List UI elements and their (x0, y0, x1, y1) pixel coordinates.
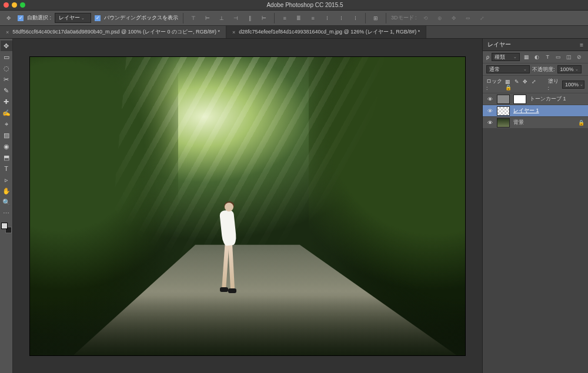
healing-tool[interactable]: ✚ (1, 96, 12, 107)
close-window-button[interactable] (4, 2, 9, 8)
layer-row[interactable]: 👁 レイヤー 1 (483, 105, 588, 117)
lock-icons[interactable]: ▦ ✎ ✥ ⤢ 🔒 (505, 79, 543, 90)
foreground-color[interactable] (1, 223, 8, 229)
tools-panel: ✥ ▭ ◌ ✂ ✎ ✚ ✍ ⌖ ▨ ◉ ⬒ T ▹ ✋ 🔍 ⋯ (0, 39, 13, 373)
layers-panel-tab[interactable]: レイヤー ≡ (483, 39, 588, 51)
workspace: ✥ ▭ ◌ ✂ ✎ ✚ ✍ ⌖ ▨ ◉ ⬒ T ▹ ✋ 🔍 ⋯ (0, 39, 588, 373)
marquee-tool[interactable]: ▭ (1, 52, 12, 62)
visibility-toggle-icon[interactable]: 👁 (486, 96, 493, 102)
auto-align-icon[interactable]: ⊞ (370, 13, 381, 23)
align-vcenter-icon[interactable]: ⊢ (202, 13, 213, 23)
lasso-tool[interactable]: ◌ (1, 63, 12, 73)
close-tab-icon[interactable]: × (232, 29, 235, 35)
distribute-left-icon[interactable]: ⁞ (322, 13, 332, 23)
align-bottom-edges-icon[interactable]: ⊥ (216, 13, 227, 23)
distribute-top-icon[interactable]: ≡ (279, 13, 290, 23)
3d-orbit-icon[interactable]: ⟲ (420, 13, 431, 23)
layer-list: 👁 トーンカーブ 1 👁 レイヤー 1 👁 背景 🔒 (483, 93, 588, 129)
gradient-tool[interactable]: ◉ (1, 141, 12, 152)
lock-icon: 🔒 (578, 120, 584, 126)
document-tabs: ×58df56ccf64c40c9c17da0a6d9890b40_m.psd … (0, 26, 588, 39)
filter-type-icon[interactable]: T (543, 53, 552, 61)
show-bbox-checkbox[interactable]: ✓ (95, 15, 101, 21)
3d-roll-icon[interactable]: ⊕ (435, 13, 445, 23)
panel-empty-area (483, 129, 588, 373)
minimize-window-button[interactable] (12, 2, 17, 8)
edit-toolbar-button[interactable]: ⋯ (1, 208, 12, 219)
align-right-edges-icon[interactable]: ⊢ (259, 13, 269, 23)
layer-filter-row: ρ 種類⌄ ▦ ◐ T ▭ ◫ ⊘ (483, 51, 588, 63)
canvas-content (108, 57, 387, 266)
separator (183, 13, 183, 23)
color-swatches[interactable] (1, 223, 12, 233)
layer-name[interactable]: レイヤー 1 (513, 107, 584, 115)
auto-select-target-dropdown[interactable]: レイヤー⌄ (55, 13, 91, 23)
type-tool[interactable]: T (1, 163, 12, 174)
separator (386, 13, 386, 23)
opacity-label: 不透明度: (532, 66, 555, 73)
visibility-toggle-icon[interactable]: 👁 (486, 108, 493, 114)
layer-name[interactable]: トーンカーブ 1 (530, 95, 584, 103)
filter-shape-icon[interactable]: ▭ (554, 53, 562, 61)
zoom-window-button[interactable] (20, 2, 25, 8)
fill-label: 塗り : (548, 78, 560, 91)
brush-tool[interactable]: ✍ (1, 107, 12, 118)
eraser-tool[interactable]: ▨ (1, 130, 12, 140)
layer-thumb[interactable] (497, 118, 510, 127)
blend-mode-dropdown[interactable]: 通常⌄ (486, 65, 530, 73)
move-tool[interactable]: ✥ (1, 41, 12, 51)
lock-label: ロック : (486, 78, 503, 91)
filter-adjust-icon[interactable]: ◐ (533, 53, 541, 61)
document-tab[interactable]: ×d28fc754efeef1ef84d1c499381640cd_m.jpg … (226, 26, 426, 38)
canvas-area[interactable] (13, 39, 482, 373)
eyedropper-tool[interactable]: ✎ (1, 85, 12, 96)
layer-row[interactable]: 👁 背景 🔒 (483, 117, 588, 129)
fill-field[interactable]: 100%⌄ (562, 80, 584, 89)
layers-panel-title: レイヤー (487, 41, 511, 49)
lock-fill-row: ロック : ▦ ✎ ✥ ⤢ 🔒 塗り : 100%⌄ (483, 76, 588, 93)
distribute-hcenter-icon[interactable]: ⁞ (336, 13, 346, 23)
layer-mask-thumb[interactable] (513, 95, 526, 104)
distribute-bottom-icon[interactable]: ≡ (308, 13, 318, 23)
dodge-tool[interactable]: ⬒ (1, 152, 12, 163)
panels-dock: レイヤー ≡ ρ 種類⌄ ▦ ◐ T ▭ ◫ ⊘ 通常⌄ 不透明度: 100%⌄… (482, 39, 588, 373)
auto-select-checkbox[interactable]: ✓ (18, 15, 24, 21)
3d-scale-icon[interactable]: ⤢ (477, 13, 487, 23)
panel-menu-icon[interactable]: ≡ (580, 42, 583, 48)
3d-pan-icon[interactable]: ✥ (449, 13, 459, 23)
visibility-toggle-icon[interactable]: 👁 (486, 120, 493, 126)
document-canvas[interactable] (30, 57, 465, 355)
filter-image-icon[interactable]: ▦ (522, 53, 530, 61)
stamp-tool[interactable]: ⌖ (1, 119, 12, 129)
window-controls (4, 2, 25, 8)
opacity-field[interactable]: 100%⌄ (557, 65, 582, 73)
zoom-tool[interactable]: 🔍 (1, 197, 12, 207)
filter-toggle[interactable]: ⊘ (575, 53, 583, 61)
separator (274, 13, 275, 23)
distribute-right-icon[interactable]: ⁞ (350, 13, 360, 23)
layer-thumb[interactable] (497, 106, 510, 116)
3d-slide-icon[interactable]: ⇔ (463, 13, 473, 23)
close-tab-icon[interactable]: × (6, 29, 9, 35)
filter-smart-icon[interactable]: ◫ (564, 53, 573, 61)
blend-opacity-row: 通常⌄ 不透明度: 100%⌄ (483, 63, 588, 76)
align-left-edges-icon[interactable]: ⊣ (230, 13, 241, 23)
auto-select-label: 自動選択 : (27, 14, 51, 22)
filter-kind-label: ρ (486, 54, 489, 60)
path-tool[interactable]: ▹ (1, 174, 12, 185)
mode-3d-label: 3Dモード : (391, 14, 417, 22)
crop-tool[interactable]: ✂ (1, 74, 12, 85)
align-hcenter-icon[interactable]: ∥ (245, 13, 255, 23)
layer-name[interactable]: 背景 (513, 119, 574, 126)
align-top-edges-icon[interactable]: ⊤ (188, 13, 199, 23)
document-tab[interactable]: ×58df56ccf64c40c9c17da0a6d9890b40_m.psd … (0, 26, 226, 38)
distribute-vcenter-icon[interactable]: ≣ (293, 13, 304, 23)
move-tool-icon: ✥ (4, 13, 14, 23)
hand-tool[interactable]: ✋ (1, 186, 12, 196)
layer-row[interactable]: 👁 トーンカーブ 1 (483, 93, 588, 105)
canvas-content (213, 203, 241, 323)
filter-kind-dropdown[interactable]: 種類⌄ (492, 53, 520, 61)
separator (365, 13, 366, 23)
show-bbox-label: バウンディングボックスを表示 (104, 14, 178, 22)
layer-thumb[interactable] (497, 95, 510, 104)
